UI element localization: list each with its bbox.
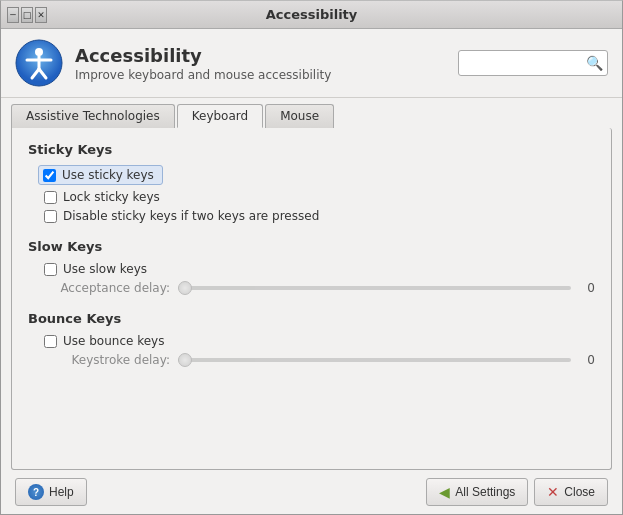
bounce-keys-title: Bounce Keys xyxy=(28,311,595,326)
acceptance-delay-value: 0 xyxy=(579,281,595,295)
use-slow-keys-label: Use slow keys xyxy=(63,262,147,276)
use-sticky-keys-label: Use sticky keys xyxy=(62,168,154,182)
acceptance-delay-label: Acceptance delay: xyxy=(60,281,170,295)
help-button[interactable]: ? Help xyxy=(15,478,87,506)
minimize-button[interactable]: ─ xyxy=(7,7,19,23)
help-label: Help xyxy=(49,485,74,499)
keystroke-delay-label: Keystroke delay: xyxy=(60,353,170,367)
acceptance-delay-row: Acceptance delay: 0 xyxy=(60,281,595,295)
use-bounce-keys-checkbox[interactable] xyxy=(44,335,57,348)
slow-keys-title: Slow Keys xyxy=(28,239,595,254)
lock-sticky-keys-row: Lock sticky keys xyxy=(44,190,595,204)
search-box[interactable]: 🔍 xyxy=(458,50,608,76)
use-slow-keys-row: Use slow keys xyxy=(44,262,595,276)
use-sticky-keys-checkbox[interactable] xyxy=(43,169,56,182)
keystroke-delay-value: 0 xyxy=(579,353,595,367)
bounce-keys-section: Bounce Keys Use bounce keys Keystroke de… xyxy=(28,311,595,367)
search-input[interactable] xyxy=(463,56,586,70)
close-label: Close xyxy=(564,485,595,499)
footer-right-buttons: ◀ All Settings ✕ Close xyxy=(426,478,608,506)
all-settings-label: All Settings xyxy=(455,485,515,499)
use-bounce-keys-row: Use bounce keys xyxy=(44,334,595,348)
close-button[interactable]: ✕ xyxy=(35,7,47,23)
tab-mouse[interactable]: Mouse xyxy=(265,104,334,128)
disable-sticky-keys-label: Disable sticky keys if two keys are pres… xyxy=(63,209,319,223)
acceptance-delay-slider[interactable] xyxy=(178,286,571,290)
tab-keyboard[interactable]: Keyboard xyxy=(177,104,263,128)
disable-sticky-keys-row: Disable sticky keys if two keys are pres… xyxy=(44,209,595,223)
keystroke-delay-row: Keystroke delay: 0 xyxy=(60,353,595,367)
footer: ? Help ◀ All Settings ✕ Close xyxy=(1,470,622,514)
all-settings-button[interactable]: ◀ All Settings xyxy=(426,478,528,506)
header-text: Accessibility Improve keyboard and mouse… xyxy=(75,45,446,82)
header-title: Accessibility xyxy=(75,45,446,66)
close-button-footer[interactable]: ✕ Close xyxy=(534,478,608,506)
maximize-button[interactable]: □ xyxy=(21,7,33,23)
window-title: Accessibility xyxy=(47,7,576,22)
content-panel: Sticky Keys Use sticky keys Lock sticky … xyxy=(11,128,612,470)
lock-sticky-keys-checkbox[interactable] xyxy=(44,191,57,204)
app-icon xyxy=(15,39,63,87)
sticky-keys-title: Sticky Keys xyxy=(28,142,595,157)
all-settings-icon: ◀ xyxy=(439,484,450,500)
header: Accessibility Improve keyboard and mouse… xyxy=(1,29,622,98)
tab-assistive-technologies[interactable]: Assistive Technologies xyxy=(11,104,175,128)
header-subtitle: Improve keyboard and mouse accessibility xyxy=(75,68,446,82)
search-icon[interactable]: 🔍 xyxy=(586,55,603,71)
accessibility-window: ─ □ ✕ Accessibility xyxy=(0,0,623,515)
help-icon: ? xyxy=(28,484,44,500)
lock-sticky-keys-label: Lock sticky keys xyxy=(63,190,160,204)
use-slow-keys-checkbox[interactable] xyxy=(44,263,57,276)
titlebar: ─ □ ✕ Accessibility xyxy=(1,1,622,29)
slow-keys-section: Slow Keys Use slow keys Acceptance delay… xyxy=(28,239,595,295)
close-icon: ✕ xyxy=(547,484,559,500)
use-bounce-keys-label: Use bounce keys xyxy=(63,334,164,348)
disable-sticky-keys-checkbox[interactable] xyxy=(44,210,57,223)
keystroke-delay-slider[interactable] xyxy=(178,358,571,362)
tab-bar: Assistive Technologies Keyboard Mouse xyxy=(1,98,622,128)
sticky-keys-section: Sticky Keys Use sticky keys Lock sticky … xyxy=(28,142,595,223)
